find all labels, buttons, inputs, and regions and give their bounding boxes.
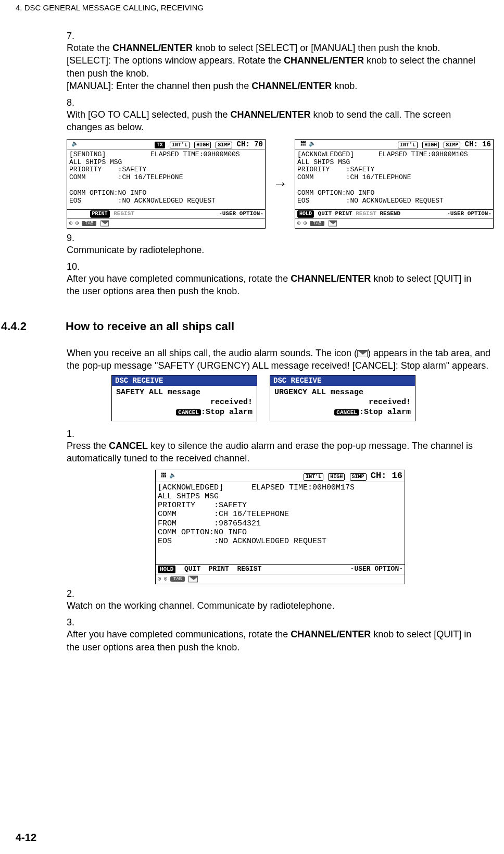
knob-label: CHANNEL/ENTER xyxy=(251,81,332,91)
cancel-key-label: CANCEL xyxy=(109,441,148,451)
tab-pill: TAB xyxy=(310,221,324,226)
antenna-icon: 𝍄 xyxy=(297,141,309,148)
line: EOS :NO ACKNOWLEDGED REQUEST xyxy=(158,537,402,546)
line: [ACKNOWLEDGED] ELAPSED TIME:00H00M10S xyxy=(297,151,491,159)
text: Press the xyxy=(67,441,109,451)
line: ALL SHIPS MSG xyxy=(69,159,263,167)
step-7-num: 7. xyxy=(67,31,81,42)
line: PRIORITY :SAFETY xyxy=(297,166,491,174)
text: knob to select [SELECT] or [MANUAL] then… xyxy=(193,43,440,53)
screen-acknowledged-2: 𝍄🔈 INT'L HIGH SIMP CH: 16 [ACKNOWLEDGED]… xyxy=(155,470,405,584)
section-heading: 4.4.2How to receive an all ships call xyxy=(67,320,494,333)
text: :Stop alarm xyxy=(359,408,411,417)
line: [SENDING] ELAPSED TIME:00H00M00S xyxy=(69,151,263,159)
high-pill: HIGH xyxy=(328,473,345,481)
mail-tab-icon xyxy=(188,576,198,583)
text: After you have completed communications,… xyxy=(67,273,291,284)
screen-sending: 🔈 TX INT'L HIGH SIMP CH: 70 [SENDING] EL… xyxy=(67,139,266,229)
line: ALL SHIPS MSG xyxy=(297,159,491,167)
page-number: 4-12 xyxy=(16,832,36,844)
simp-pill: SIMP xyxy=(444,142,460,149)
step-10-body: After you have completed communications,… xyxy=(67,272,478,298)
channel-label: CH: 16 xyxy=(371,471,402,481)
high-pill: HIGH xyxy=(422,142,439,149)
footer-right: -USER OPTION- xyxy=(350,566,403,573)
popup-line: SAFETY ALL message xyxy=(116,388,253,398)
screen-acknowledged-1: 𝍄🔈 INT'L HIGH SIMP CH: 16 [ACKNOWLEDGED]… xyxy=(295,139,494,229)
text: Rotate the xyxy=(67,43,112,53)
popup-line: CANCEL:Stop alarm xyxy=(116,408,253,418)
line: COMM :CH 16/TELEPHONE xyxy=(69,174,263,182)
knob-label: CHANNEL/ENTER xyxy=(230,109,310,120)
intl-pill: INT'L xyxy=(398,142,418,149)
knob-label: CHANNEL/ENTER xyxy=(284,55,364,66)
line: [ACKNOWLEDGED] ELAPSED TIME:00H00M17S xyxy=(158,483,402,492)
line: COMM OPTION:NO INFO xyxy=(69,190,263,197)
footer-left: HOLD QUIT PRINT REGIST RESEND xyxy=(297,210,400,218)
speaker-icon: 🔈 xyxy=(309,141,316,147)
step-9-num: 9. xyxy=(67,233,81,244)
cancel-pill: CANCEL xyxy=(334,409,359,416)
section-number: 4.4.2 xyxy=(0,320,66,333)
line: FROM :987654321 xyxy=(158,519,402,528)
simp-pill: SIMP xyxy=(216,142,232,149)
mail-tab-icon xyxy=(100,220,109,226)
channel-label: CH: 16 xyxy=(465,140,491,148)
channel-label: CH: 70 xyxy=(237,140,263,148)
tab-pill: TAB xyxy=(82,221,96,226)
speaker-icon: 🔈 xyxy=(169,472,177,479)
knob-icon: ◎ ◎ xyxy=(297,220,307,227)
text: [MANUAL]: Enter the channel then push th… xyxy=(67,81,251,91)
popup-line: received! xyxy=(116,398,253,408)
knob-icon: ◎ ◎ xyxy=(69,220,79,227)
line: COMM OPTION:NO INFO xyxy=(158,528,402,537)
line: PRIORITY :SAFETY xyxy=(69,166,263,174)
knob-icon: ◎ ◎ xyxy=(158,576,167,582)
knob-label: CHANNEL/ENTER xyxy=(291,629,371,639)
line: COMM OPTION:NO INFO xyxy=(297,190,491,197)
popup-line: URGENCY ALL message xyxy=(274,388,411,398)
popup-row: DSC RECEIVE SAFETY ALL message received!… xyxy=(111,375,494,421)
section-title: How to receive an all ships call xyxy=(66,320,234,333)
step-8-num: 8. xyxy=(67,97,81,108)
simp-pill: SIMP xyxy=(350,473,367,481)
step-7-body: Rotate the CHANNEL/ENTER knob to select … xyxy=(67,42,478,92)
knob-label: CHANNEL/ENTER xyxy=(291,273,371,284)
step-b2-body: Watch on the working channel. Communicat… xyxy=(67,599,478,612)
intl-pill: INT'L xyxy=(304,473,323,481)
step-9-body: Communicate by radiotelephone. xyxy=(67,244,478,256)
popup-safety: DSC RECEIVE SAFETY ALL message received!… xyxy=(111,375,257,421)
step-b1-body: Press the CANCEL key to silence the audi… xyxy=(67,439,478,465)
popup-line: CANCEL:Stop alarm xyxy=(274,408,411,418)
cancel-pill: CANCEL xyxy=(176,409,201,416)
high-pill: HIGH xyxy=(194,142,211,149)
step-b3-num: 3. xyxy=(67,617,81,628)
step-10-num: 10. xyxy=(67,261,81,272)
text: With [GO TO CALL] selected, push the xyxy=(67,109,230,120)
popup-header: DSC RECEIVE xyxy=(270,375,415,386)
text: :Stop alarm xyxy=(201,408,253,417)
popup-header: DSC RECEIVE xyxy=(112,375,257,386)
line: COMM :CH 16/TELEPHONE xyxy=(158,510,402,519)
arrow-right-icon: → xyxy=(273,175,287,192)
intl-pill: INT'L xyxy=(170,142,190,149)
intro-paragraph: When you receive an all ships call, the … xyxy=(67,347,494,372)
text: [SELECT]: The options window appears. Ro… xyxy=(67,55,284,66)
line: EOS :NO ACKNOWLEDGED REQUEST xyxy=(69,197,263,205)
text: After you have completed communications,… xyxy=(67,629,291,639)
mail-icon xyxy=(357,350,368,357)
footer-left: PRINT REGIST xyxy=(69,210,134,218)
line: PRIORITY :SAFETY xyxy=(158,501,402,510)
text: When you receive an all ships call, the … xyxy=(67,348,357,358)
mail-tab-icon xyxy=(329,220,337,226)
speaker-icon: 🔈 xyxy=(69,141,81,147)
tx-pill: TX xyxy=(155,142,165,149)
step-b3-body: After you have completed communications,… xyxy=(67,628,478,654)
popup-urgency: DSC RECEIVE URGENCY ALL message received… xyxy=(270,375,415,421)
chapter-header: 4. DSC GENERAL MESSAGE CALLING, RECEIVIN… xyxy=(0,0,504,12)
text: knob. xyxy=(332,81,357,91)
knob-label: CHANNEL/ENTER xyxy=(112,43,193,53)
antenna-icon: 𝍄 xyxy=(158,472,169,480)
screens-row: 🔈 TX INT'L HIGH SIMP CH: 70 [SENDING] EL… xyxy=(67,139,494,229)
footer-left: HOLD QUIT PRINT REGIST xyxy=(157,566,261,573)
